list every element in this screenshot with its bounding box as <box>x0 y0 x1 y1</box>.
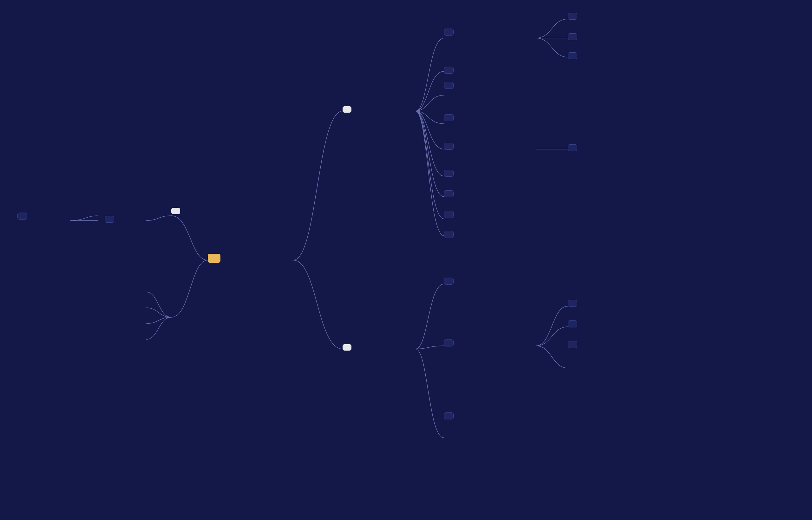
connector-layer <box>0 0 812 520</box>
branch3-n2-3[interactable] <box>568 341 577 348</box>
branch1-n5-1[interactable] <box>568 145 577 151</box>
branch1-n7[interactable] <box>444 190 454 197</box>
branch1-n8[interactable] <box>444 211 454 218</box>
branch3-n2-1[interactable] <box>568 300 577 307</box>
branch1-n1-3[interactable] <box>568 52 577 59</box>
branch1-n1[interactable] <box>444 29 454 35</box>
branch1-n6[interactable] <box>444 170 454 177</box>
branch3-n2-2[interactable] <box>568 320 577 328</box>
branch1-n2[interactable] <box>444 67 454 74</box>
branch1-title[interactable] <box>343 106 351 113</box>
branch1-n9[interactable] <box>444 231 454 238</box>
branch1-n5[interactable] <box>444 143 454 150</box>
branch1-n1-1[interactable] <box>568 13 577 20</box>
branch2-title[interactable] <box>171 208 180 214</box>
branch3-n3[interactable] <box>444 412 454 419</box>
branch3-n2[interactable] <box>444 339 454 346</box>
branch1-n3[interactable] <box>444 82 454 89</box>
branch1-n4[interactable] <box>444 114 454 121</box>
branch2-n1[interactable] <box>105 216 114 223</box>
branch3-title[interactable] <box>343 344 351 350</box>
branch2-n2[interactable] <box>18 213 27 219</box>
center-node[interactable] <box>208 254 220 263</box>
branch1-n1-2[interactable] <box>568 33 577 40</box>
branch3-n1[interactable] <box>444 278 454 285</box>
